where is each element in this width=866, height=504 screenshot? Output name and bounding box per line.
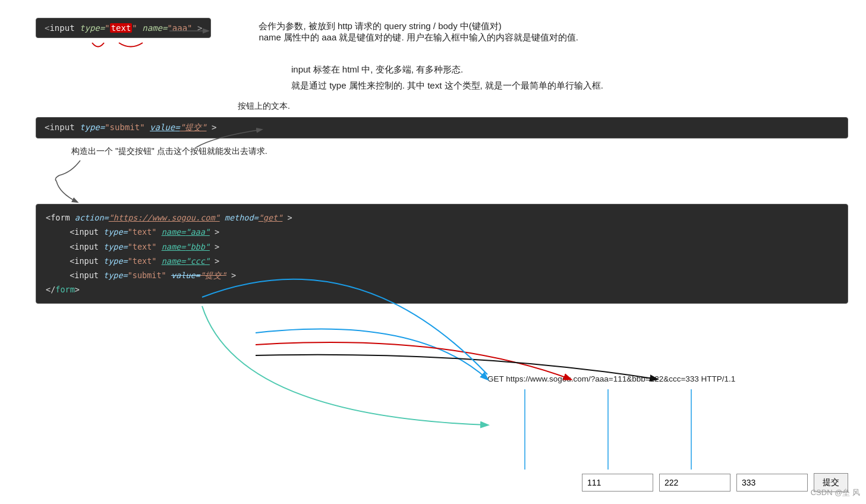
csdn-watermark: CSDN @垒 风 (811, 487, 860, 498)
sub-val-submit: "submit" (105, 122, 144, 132)
form-line6: </form> (46, 282, 838, 297)
form-line3: <input type="text" name="bbb" > (46, 240, 838, 254)
top-annotations: 会作为参数, 被放到 http 请求的 query string / body … (259, 21, 578, 43)
second-text-line1: input 标签在 html 中, 变化多端, 有多种形态. (291, 61, 848, 77)
submit-annotation-top-text: 按钮上的文本. (238, 101, 290, 111)
sub-attr-type: type= (80, 122, 105, 132)
bottom-input-row: 提交 (582, 473, 848, 492)
submit-annotation-bottom-arrow: 构造出一个 "提交按钮" 点击这个按钮就能发出去请求. (71, 146, 267, 157)
text-highlight: text (110, 23, 133, 33)
val-text-close: " (132, 23, 137, 33)
sub-tag-input: input (49, 122, 74, 132)
val-aaa: "aaa" (167, 23, 192, 33)
val-text: " (105, 23, 109, 33)
second-text-line2: 就是通过 type 属性来控制的. 其中 text 这个类型, 就是一个最简单的… (291, 77, 848, 93)
form-line4: <input type="text" name="ccc" > (46, 254, 838, 268)
input-ccc[interactable] (736, 474, 808, 492)
bracket-close: > (197, 23, 202, 33)
input-bbb[interactable] (659, 474, 730, 492)
tag-input: input (49, 23, 74, 33)
annotation-line2: name 属性中的 aaa 就是键值对的键. 用户在输入框中输入的内容就是键值对… (259, 32, 578, 43)
form-section: <form action="https://www.sogou.com" met… (36, 204, 848, 304)
attr-name: name= (142, 23, 167, 33)
submit-annotation-bottom-text: 构造出一个 "提交按钮" 点击这个按钮就能发出去请求. (71, 146, 267, 156)
attr-type: type= (80, 23, 105, 33)
annotation-line1: 会作为参数, 被放到 http 请求的 query string / body … (259, 21, 578, 32)
submit-section: <input type="submit" value="提交" > 按钮上的文本… (36, 117, 848, 138)
code-box-form: <form action="https://www.sogou.com" met… (36, 204, 848, 304)
form-line5: <input type="submit" value="提交" > (46, 268, 838, 282)
code-box-submit: <input type="submit" value="提交" > (36, 117, 848, 138)
sub-attr-value: value= (150, 122, 180, 132)
sub-bracket-close: > (212, 122, 216, 132)
get-url-label: GET https://www.sogou.com/?aaa=111&bbb=2… (487, 374, 735, 383)
code-box-input-text: <input type="text" name="aaa" > (36, 18, 211, 38)
input-aaa[interactable] (582, 474, 653, 492)
get-url-text: GET https://www.sogou.com/?aaa=111&bbb=2… (487, 374, 735, 383)
form-line1: <form action="https://www.sogou.com" met… (46, 210, 838, 225)
submit-annotation-top-arrow: 按钮上的文本. (238, 100, 290, 112)
main-container: <input type="text" name="aaa" > 会作为参数, 被… (0, 0, 866, 504)
sub-val-tiji: "提交" (180, 122, 207, 132)
second-text-block: input 标签在 html 中, 变化多端, 有多种形态. 就是通过 type… (291, 61, 848, 93)
form-line2: <input type="text" name="aaa" > (46, 225, 838, 239)
top-section: <input type="text" name="aaa" > 会作为参数, 被… (36, 18, 848, 43)
